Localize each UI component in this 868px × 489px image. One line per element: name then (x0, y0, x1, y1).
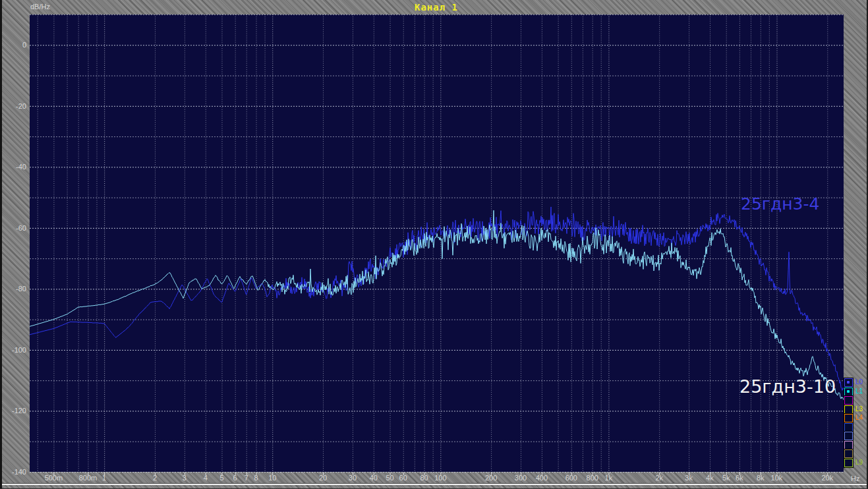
legend-check-dot (847, 381, 850, 384)
legend-checkbox[interactable] (844, 396, 853, 405)
legend-checkbox[interactable] (844, 441, 853, 449)
legend-label[interactable]: L0 (855, 378, 863, 386)
plot-canvas[interactable] (0, 0, 868, 489)
x-tick-label: 1 (102, 474, 106, 482)
plot-area[interactable] (30, 14, 844, 472)
x-tick-label: 600 (565, 474, 577, 482)
window-left-edge (0, 0, 2, 489)
x-tick-label: 50 (386, 474, 393, 482)
x-tick-label: 800 (587, 474, 598, 482)
y-tick-label: -60 (0, 224, 26, 232)
x-tick-label: 6 (233, 474, 237, 482)
x-tick-label: 7 (245, 474, 248, 482)
x-tick-label: 500m (45, 474, 63, 482)
trace-annotation: 25гдн3-10 (739, 376, 836, 397)
spectrum-analyzer-window: dB/Hz Канал 1 Hz 0-20-40-60-80-100-120-1… (0, 0, 868, 489)
x-tick-label: 1k (605, 474, 613, 482)
legend-label[interactable]: L4 (855, 414, 863, 422)
y-tick-label: -40 (0, 163, 26, 171)
x-tick-label: 5k (722, 474, 730, 482)
x-tick-label: 30 (349, 474, 357, 482)
legend-label[interactable]: L1 (855, 388, 863, 395)
legend-checkbox[interactable] (844, 423, 853, 432)
y-tick-label: 0 (0, 41, 26, 49)
x-tick-label: 10 (268, 474, 276, 482)
x-tick-label: 200 (485, 474, 497, 482)
y-tick-label: -20 (0, 102, 26, 110)
legend-checkbox[interactable] (844, 459, 853, 467)
x-tick-label: 300 (515, 474, 527, 482)
legend-checkbox[interactable] (844, 449, 853, 458)
x-tick-label: 8k (757, 474, 765, 482)
legend-label[interactable]: L9 (855, 459, 863, 467)
y-axis-unit-label: dB/Hz (30, 3, 50, 11)
trace-annotation: 25гдн3-4 (741, 194, 819, 214)
y-tick-label: -80 (0, 285, 26, 293)
legend-checkbox[interactable] (844, 414, 853, 422)
x-tick-label: 100 (434, 474, 446, 482)
legend-checkbox[interactable] (844, 405, 853, 414)
x-tick-label: 60 (399, 474, 407, 482)
y-tick-label: -120 (0, 407, 26, 415)
x-axis-unit-label: Hz (851, 475, 859, 482)
x-tick-label: 2k (655, 474, 663, 482)
legend-checkbox[interactable] (844, 378, 853, 387)
y-tick-label: -140 (0, 468, 26, 476)
legend-check-dot (847, 390, 850, 393)
x-tick-label: 20 (319, 474, 327, 482)
legend-label[interactable]: L3 (855, 405, 863, 413)
x-tick-label: 10k (771, 474, 783, 482)
x-tick-label: 6k (736, 474, 743, 482)
bottom-groove-line (0, 483, 868, 485)
x-tick-label: 4k (706, 474, 714, 482)
x-tick-label: 2 (153, 474, 157, 482)
x-tick-label: 20k (821, 474, 833, 482)
x-tick-label: 80 (420, 474, 428, 482)
x-tick-label: 3k (685, 474, 693, 482)
legend-checkbox[interactable] (844, 388, 853, 396)
x-tick-label: 4 (204, 474, 208, 482)
chart-title: Канал 1 (415, 2, 458, 13)
x-tick-label: 3 (183, 474, 187, 482)
x-tick-label: 400 (536, 474, 548, 482)
x-tick-label: 5 (219, 474, 223, 482)
y-tick-label: -100 (0, 346, 26, 354)
legend-checkbox[interactable] (844, 432, 853, 440)
x-tick-label: 40 (370, 474, 378, 482)
x-tick-label: 8 (254, 474, 258, 482)
x-tick-label: 800m (79, 474, 98, 482)
